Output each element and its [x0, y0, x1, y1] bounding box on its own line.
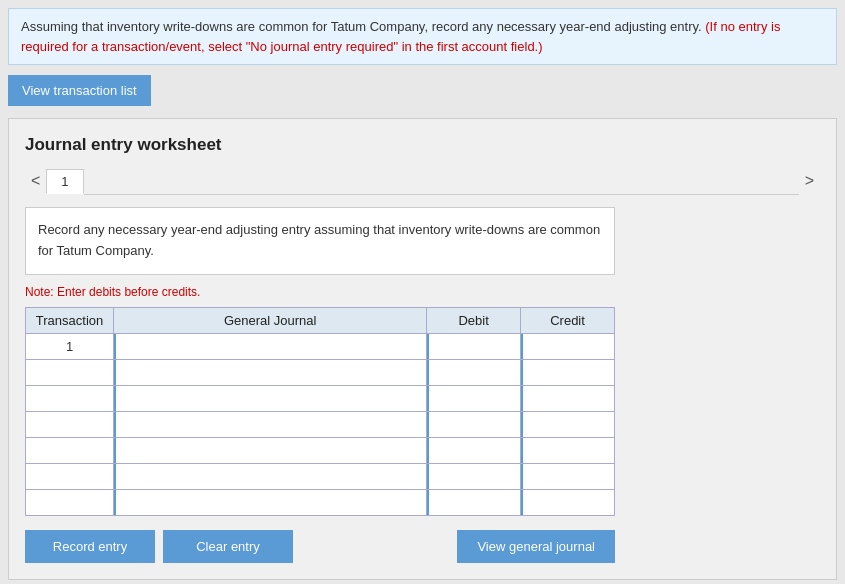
journal-input-1[interactable]	[114, 360, 426, 385]
credit-input-5[interactable]	[521, 464, 614, 489]
credit-cell-5	[521, 463, 615, 489]
journal-input-cell-6	[114, 489, 427, 515]
clear-entry-button[interactable]: Clear entry	[163, 530, 293, 563]
record-entry-button[interactable]: Record entry	[25, 530, 155, 563]
instruction-text: Record any necessary year-end adjusting …	[38, 222, 600, 258]
journal-input-cell-0	[114, 333, 427, 359]
journal-input-0[interactable]	[114, 334, 426, 359]
transaction-cell-3	[26, 411, 114, 437]
table-row	[26, 411, 615, 437]
tab-spacer	[84, 167, 799, 195]
journal-input-5[interactable]	[114, 464, 426, 489]
journal-input-cell-3	[114, 411, 427, 437]
tab-next-button[interactable]: >	[799, 170, 820, 192]
credit-cell-1	[521, 359, 615, 385]
button-row: Record entry Clear entry View general jo…	[25, 530, 615, 563]
debit-cell-6	[427, 489, 521, 515]
journal-table: Transaction General Journal Debit Credit…	[25, 307, 615, 516]
col-header-transaction: Transaction	[26, 307, 114, 333]
transaction-cell-2	[26, 385, 114, 411]
debit-cell-5	[427, 463, 521, 489]
transaction-cell-4	[26, 437, 114, 463]
tabs-row: < 1 >	[25, 167, 820, 195]
credit-input-2[interactable]	[521, 386, 614, 411]
credit-cell-6	[521, 489, 615, 515]
credit-cell-4	[521, 437, 615, 463]
debit-input-1[interactable]	[427, 360, 520, 385]
view-transaction-button[interactable]: View transaction list	[8, 75, 151, 106]
banner-text-normal: Assuming that inventory write-downs are …	[21, 19, 702, 34]
credit-input-6[interactable]	[521, 490, 614, 515]
credit-cell-2	[521, 385, 615, 411]
journal-input-3[interactable]	[114, 412, 426, 437]
credit-input-3[interactable]	[521, 412, 614, 437]
credit-input-1[interactable]	[521, 360, 614, 385]
transaction-cell-6	[26, 489, 114, 515]
instruction-box: Record any necessary year-end adjusting …	[25, 207, 615, 275]
journal-input-4[interactable]	[114, 438, 426, 463]
tab-prev-button[interactable]: <	[25, 170, 46, 192]
credit-cell-0	[521, 333, 615, 359]
debit-cell-2	[427, 385, 521, 411]
debit-input-5[interactable]	[427, 464, 520, 489]
transaction-cell-5	[26, 463, 114, 489]
debit-cell-3	[427, 411, 521, 437]
transaction-cell-1	[26, 359, 114, 385]
table-row	[26, 385, 615, 411]
journal-input-cell-2	[114, 385, 427, 411]
col-header-credit: Credit	[521, 307, 615, 333]
worksheet-container: Journal entry worksheet < 1 > Record any…	[8, 118, 837, 580]
journal-input-6[interactable]	[114, 490, 426, 515]
debit-cell-4	[427, 437, 521, 463]
credit-input-0[interactable]	[521, 334, 614, 359]
debit-input-4[interactable]	[427, 438, 520, 463]
worksheet-title: Journal entry worksheet	[25, 135, 820, 155]
debit-cell-0	[427, 333, 521, 359]
journal-input-cell-1	[114, 359, 427, 385]
transaction-cell-0: 1	[26, 333, 114, 359]
tab-1[interactable]: 1	[46, 169, 83, 194]
journal-input-cell-5	[114, 463, 427, 489]
debit-input-6[interactable]	[427, 490, 520, 515]
journal-input-cell-4	[114, 437, 427, 463]
view-general-journal-button[interactable]: View general journal	[457, 530, 615, 563]
info-banner: Assuming that inventory write-downs are …	[8, 8, 837, 65]
table-row	[26, 489, 615, 515]
table-row	[26, 437, 615, 463]
debit-input-0[interactable]	[427, 334, 520, 359]
debit-input-2[interactable]	[427, 386, 520, 411]
journal-input-2[interactable]	[114, 386, 426, 411]
debit-input-3[interactable]	[427, 412, 520, 437]
note-text: Note: Enter debits before credits.	[25, 285, 820, 299]
table-row	[26, 359, 615, 385]
col-header-journal: General Journal	[114, 307, 427, 333]
debit-cell-1	[427, 359, 521, 385]
table-row: 1	[26, 333, 615, 359]
table-row	[26, 463, 615, 489]
credit-input-4[interactable]	[521, 438, 614, 463]
credit-cell-3	[521, 411, 615, 437]
col-header-debit: Debit	[427, 307, 521, 333]
